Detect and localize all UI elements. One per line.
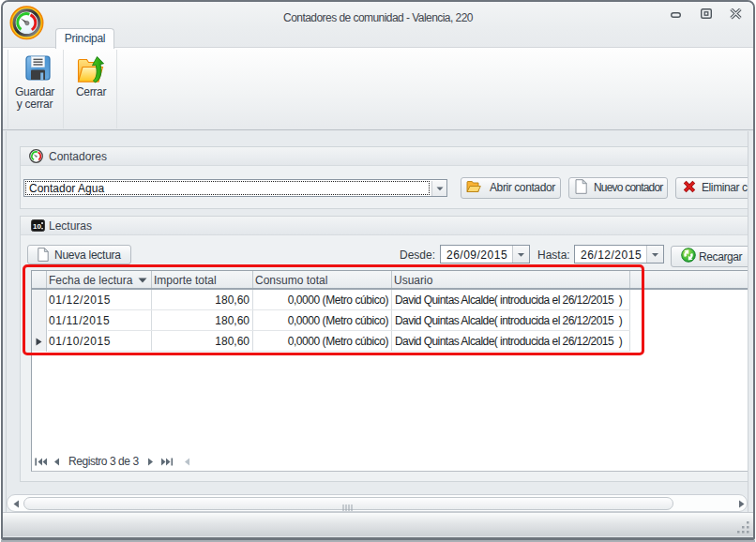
svg-text:10: 10 (33, 222, 41, 231)
